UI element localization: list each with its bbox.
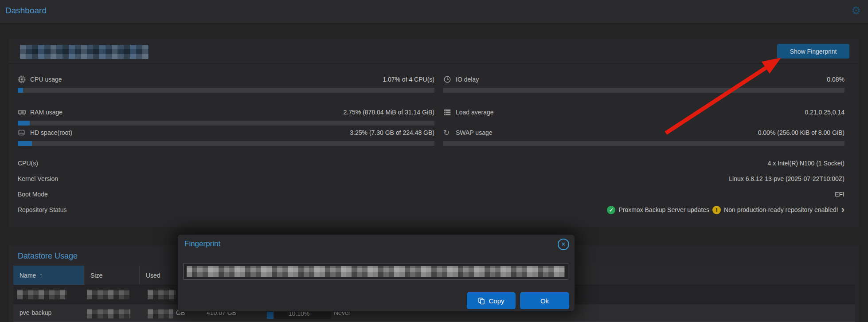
fingerprint-dialog: Fingerprint × Copy Ok — [177, 234, 575, 312]
ok-button-label: Ok — [540, 297, 549, 305]
repo-updates-text: Proxmox Backup Server updates — [618, 206, 709, 213]
top-bar: Dashboard ⚙ — [0, 0, 868, 24]
warning-circle-icon: ! — [712, 206, 721, 214]
copy-button-label: Copy — [489, 297, 504, 305]
boot-mode-value: EFI — [835, 191, 845, 198]
hdd-icon — [18, 129, 27, 137]
repo-updates-status: ✓ Proxmox Backup Server updates — [607, 206, 709, 214]
load-average-row: Load average 0.21,0.25,0.14 — [443, 106, 845, 127]
load-average-value: 0.21,0.25,0.14 — [805, 109, 845, 116]
repository-status-label: Repository Status — [18, 206, 67, 213]
cpus-label: CPU(s) — [18, 160, 38, 167]
cpu-usage-label: CPU usage — [30, 76, 62, 83]
hd-space-value: 3.25% (7.30 GB of 224.48 GB) — [350, 129, 434, 136]
swap-usage-label: SWAP usage — [456, 129, 493, 136]
ram-usage-row: RAM usage 2.75% (878.04 MiB of 31.14 GiB… — [18, 106, 434, 127]
hd-space-label: HD space(root) — [30, 129, 72, 136]
hd-space-bar-fill — [18, 141, 32, 146]
redacted-used-cell — [148, 290, 176, 299]
kernel-version-label: Kernel Version — [18, 175, 58, 182]
dialog-title: Fingerprint — [184, 240, 220, 248]
proxmox-dashboard-screen: Dashboard ⚙ Show Fingerprint CPU usage 1… — [0, 0, 868, 322]
io-delay-row: IO delay 0.08% — [443, 74, 845, 94]
page-title: Dashboard — [5, 6, 47, 16]
swap-usage-bar — [443, 141, 845, 146]
io-delay-bar — [443, 88, 845, 93]
ram-icon — [18, 108, 27, 116]
redacted-name-cell — [17, 290, 67, 299]
ram-usage-bar — [18, 121, 434, 126]
chevron-right-icon[interactable]: › — [841, 206, 845, 214]
cpus-value: 4 x Intel(R) N100 (1 Socket) — [767, 160, 845, 167]
clock-icon — [443, 75, 452, 83]
datastore-name: pve-backup — [20, 309, 51, 316]
server-stack-icon — [443, 108, 452, 116]
redacted-used-cell — [148, 309, 173, 318]
ram-usage-label: RAM usage — [30, 109, 63, 116]
kernel-version-row: Kernel Version Linux 6.8.12-13-pve (2025… — [18, 173, 845, 184]
hd-space-row: HD space(root) 3.25% (7.30 GB of 224.48 … — [18, 127, 434, 147]
node-panel-header: Show Fingerprint — [9, 39, 859, 64]
repo-warning-text: Non production-ready repository enabled! — [724, 206, 838, 213]
kernel-version-value: Linux 6.8.12-13-pve (2025-07-22T10:00Z) — [729, 175, 845, 182]
redacted-size-cell — [87, 290, 129, 299]
fingerprint-redacted-value — [187, 266, 565, 277]
copy-button[interactable]: Copy — [467, 292, 516, 309]
io-delay-value: 0.08% — [827, 76, 845, 83]
cpu-icon — [18, 75, 27, 83]
ram-usage-value: 2.75% (878.04 MiB of 31.14 GiB) — [344, 109, 434, 116]
redacted-size-cell — [87, 309, 130, 318]
column-header-size[interactable]: Size — [84, 266, 140, 285]
boot-mode-row: Boot Mode EFI — [18, 189, 845, 200]
io-delay-label: IO delay — [456, 76, 479, 83]
datastore-usage-title: Datastore Usage — [18, 251, 78, 261]
swap-usage-row: ↻ SWAP usage 0.00% (256.00 KiB of 8.00 G… — [443, 127, 845, 147]
copy-icon — [478, 297, 485, 305]
swap-usage-value: 0.00% (256.00 KiB of 8.00 GiB) — [758, 129, 845, 136]
boot-mode-label: Boot Mode — [18, 191, 48, 198]
row-divider — [13, 321, 855, 322]
cpus-info-row: CPU(s) 4 x Intel(R) N100 (1 Socket) — [18, 158, 845, 169]
cpu-usage-bar-fill — [18, 88, 23, 93]
hostname-redacted — [20, 45, 149, 59]
load-average-label: Load average — [456, 109, 494, 116]
cpu-usage-bar — [18, 88, 434, 93]
cpu-usage-row: CPU usage 1.07% of 4 CPU(s) — [18, 74, 434, 94]
hd-space-bar — [18, 141, 434, 146]
show-fingerprint-button[interactable]: Show Fingerprint — [777, 44, 849, 59]
sort-ascending-icon: ↑ — [39, 272, 43, 279]
check-circle-icon: ✓ — [607, 206, 615, 214]
swap-refresh-icon: ↻ — [443, 129, 452, 137]
gear-icon[interactable]: ⚙ — [851, 4, 861, 17]
close-icon[interactable]: × — [558, 239, 569, 250]
node-status-panel: Show Fingerprint CPU usage 1.07% of 4 CP… — [9, 39, 859, 227]
repository-status-row: Repository Status ✓ Proxmox Backup Serve… — [18, 204, 845, 215]
cpu-usage-value: 1.07% of 4 CPU(s) — [383, 76, 434, 83]
fingerprint-field[interactable] — [183, 263, 568, 280]
ram-usage-bar-fill — [18, 121, 30, 126]
repo-warning-status: ! Non production-ready repository enable… — [712, 206, 838, 214]
ok-button[interactable]: Ok — [520, 292, 569, 309]
column-header-name[interactable]: Name ↑ — [13, 266, 84, 285]
